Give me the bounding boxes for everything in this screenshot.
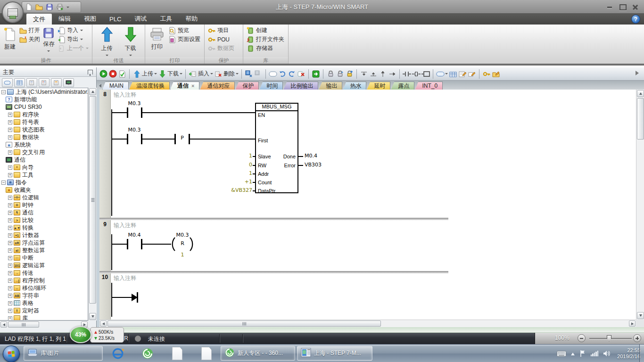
tree-item-comm[interactable]: +↯通信: [0, 209, 88, 216]
cross-ref-page-icon[interactable]: [51, 78, 62, 87]
system-page-icon[interactable]: [39, 78, 50, 87]
param-value[interactable]: +1: [222, 179, 252, 185]
menu-debug[interactable]: 调试: [128, 13, 153, 25]
library-open-folder-button[interactable]: 打开文件夹: [245, 35, 286, 44]
browser-360-icon[interactable]: [141, 347, 154, 360]
tab-shijian[interactable]: 时间: [259, 82, 283, 90]
run-button[interactable]: [99, 70, 107, 78]
help-icon[interactable]: ?: [631, 15, 640, 24]
box-element-icon[interactable]: [421, 70, 430, 78]
show-hidden-icons-icon[interactable]: [571, 351, 575, 357]
cancel-icon[interactable]: [297, 70, 305, 78]
tab-wenshidu[interactable]: 温湿度转换: [129, 82, 170, 90]
save-dropdown-icon[interactable]: [47, 50, 50, 53]
tree-item-string[interactable]: +AB字符串: [0, 292, 88, 299]
tree-item-interrupt[interactable]: +↑↑中断: [0, 254, 88, 262]
edit-symbol-icon[interactable]: [458, 70, 467, 78]
menu-tools[interactable]: 工具: [153, 13, 179, 25]
tree-item-move[interactable]: +→传送: [0, 269, 88, 277]
tab-tongxin-duiying[interactable]: 通信对应: [200, 82, 235, 90]
tab-ludian[interactable]: 露点: [391, 82, 414, 90]
input-keyboard-icon[interactable]: [557, 351, 566, 357]
symbol-table-icon[interactable]: [449, 70, 457, 78]
redo-icon[interactable]: [288, 70, 296, 78]
pou-prev-icon[interactable]: [245, 70, 253, 78]
toolbar-overflow-icon[interactable]: [636, 71, 641, 75]
tree-item-cpu[interactable]: CPU SR30: [0, 103, 88, 111]
upload-toolbar-button[interactable]: 上传: [132, 70, 157, 78]
line-right-icon[interactable]: [388, 70, 396, 78]
contact-element-icon[interactable]: [403, 70, 411, 78]
open-folder-icon[interactable]: [35, 3, 43, 11]
page-setup-button[interactable]: 页面设置: [167, 35, 202, 44]
tree-item-favorites[interactable]: ★收藏夹: [0, 186, 88, 194]
save-icon[interactable]: [46, 3, 53, 11]
zoom-out-button[interactable]: [578, 334, 586, 342]
edit-address-icon[interactable]: [468, 70, 476, 78]
pou-next-icon[interactable]: [254, 70, 263, 78]
branch-down-icon[interactable]: [360, 70, 368, 78]
protect-project-button[interactable]: 项目: [206, 26, 236, 35]
tab-tongxin-active[interactable]: 通信×: [170, 82, 199, 90]
new-document-icon[interactable]: [25, 3, 33, 11]
insert-button[interactable]: 插入: [189, 70, 213, 78]
memory-usage-ball[interactable]: 43%: [70, 326, 91, 343]
lock-add-icon[interactable]: [345, 70, 354, 78]
tab-int0[interactable]: INT_0: [415, 82, 443, 90]
tree-item-float-math[interactable]: +±R浮点运算: [0, 239, 88, 247]
branch-up-icon[interactable]: [369, 70, 378, 78]
contact-operand[interactable]: M0.4: [123, 232, 146, 238]
import-dropdown-icon[interactable]: [80, 30, 83, 33]
tree-item-data-block[interactable]: +数据块: [0, 133, 88, 141]
key-toolbar-icon[interactable]: [482, 70, 491, 78]
editor-vertical-scrollbar[interactable]: [636, 90, 644, 320]
tree-item-bit-logic[interactable]: +⊣⊢位逻辑: [0, 194, 88, 201]
app-menu-button[interactable]: [2, 1, 24, 23]
contact-operand[interactable]: M0.3: [123, 100, 146, 107]
network-comment[interactable]: 输入注释: [114, 91, 136, 99]
param-value[interactable]: 1: [222, 153, 252, 159]
pin-icon[interactable]: [88, 70, 93, 74]
tree-item-whats-new[interactable]: ?新增功能: [0, 96, 88, 103]
taskbar-clock[interactable]: 22:55 2019/2/16: [617, 347, 640, 360]
export-button[interactable]: 导出: [56, 35, 90, 44]
menu-file[interactable]: 文件: [26, 14, 52, 25]
contact-operand[interactable]: M0.3: [123, 127, 146, 133]
tree-item-shift-rotate[interactable]: +↔移位/循环: [0, 284, 88, 292]
tree-item-convert[interactable]: +▲▼转换: [0, 224, 88, 231]
output-operand[interactable]: VB303: [305, 162, 325, 168]
data-page-icon[interactable]: [26, 78, 37, 87]
menu-help[interactable]: 帮助: [179, 13, 204, 25]
preview-button[interactable]: 预览: [167, 26, 202, 35]
tree-item-tools[interactable]: +工具: [0, 171, 88, 179]
lock-icon[interactable]: [326, 70, 335, 78]
tree-item-clock[interactable]: +⊙时钟: [0, 201, 88, 209]
tree-item-table[interactable]: +表格: [0, 299, 88, 307]
tab-shuchu[interactable]: 输出: [319, 82, 342, 90]
document-icon[interactable]: [200, 347, 213, 360]
tree-item-integer-math[interactable]: +±I整数运算: [0, 247, 88, 254]
tree-item-compare[interactable]: +>比较: [0, 216, 88, 224]
param-value[interactable]: &VB327: [222, 187, 252, 193]
tree-item-timer[interactable]: +T定时器: [0, 307, 88, 314]
qat-dropdown-icon[interactable]: [66, 7, 69, 9]
download-toolbar-button[interactable]: 下载: [158, 70, 182, 78]
action-center-icon[interactable]: [579, 350, 586, 357]
export-dropdown-icon[interactable]: [80, 39, 83, 41]
import-button[interactable]: 导入: [56, 26, 90, 35]
open-button[interactable]: 打开: [18, 26, 41, 35]
menu-edit[interactable]: 编辑: [52, 13, 77, 25]
delete-dropdown-icon[interactable]: [236, 73, 239, 76]
print-button[interactable]: 打印: [147, 26, 167, 51]
ie-icon[interactable]: [112, 347, 124, 360]
start-button[interactable]: [3, 346, 20, 362]
edge-contact-label[interactable]: P: [176, 135, 189, 141]
ladder-editor[interactable]: 8 输入注释 M0.3 M0.3 P MBUS_MSG EN First Sla…: [97, 90, 644, 332]
zoom-in-button[interactable]: [633, 334, 641, 342]
save-button[interactable]: 保存: [41, 26, 56, 53]
maximize-button[interactable]: [618, 4, 628, 10]
lock-upload-icon[interactable]: [336, 70, 344, 78]
tree-item-logic[interactable]: +101逻辑运算: [0, 262, 88, 269]
coil-operand[interactable]: M0.3: [168, 232, 197, 238]
mbus-msg-block[interactable]: MBUS_MSG EN First Slave RW Addr Count Da…: [255, 103, 298, 193]
